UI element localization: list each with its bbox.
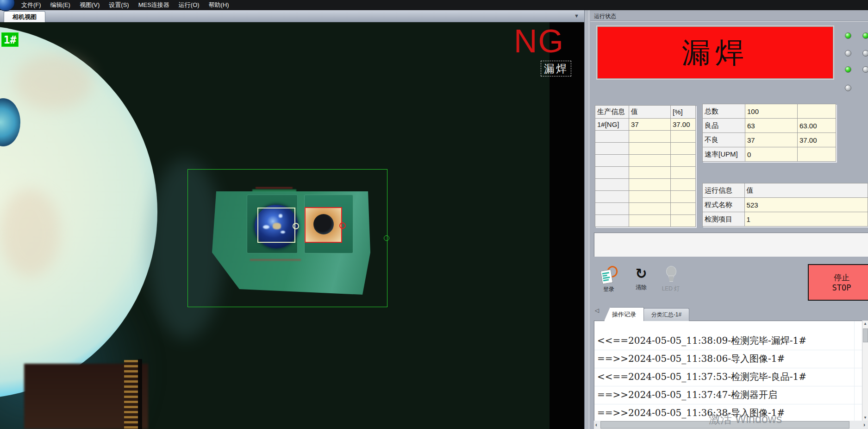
- tab-camera-view[interactable]: 相机视图: [4, 11, 45, 22]
- table-label-cell: 不良: [703, 133, 745, 147]
- menu-item-1[interactable]: 编辑(E): [50, 1, 70, 9]
- table-row: 运行信息值: [703, 183, 868, 198]
- table-value-cell: 63: [745, 119, 798, 133]
- menu-item-0[interactable]: 文件(F): [21, 1, 41, 9]
- table-value-cell: [671, 167, 696, 179]
- log-entry-0[interactable]: <<==2024-05-05_11:38:09-检测完毕-漏焊-1#: [594, 332, 862, 350]
- table-label-cell: [%]: [671, 106, 696, 119]
- table-row: 生产信息值[%]: [595, 106, 696, 119]
- run-status-panel: 运行状态 漏焊 生产信息值[%]1#[NG]3737.00 总数100良品636…: [589, 10, 868, 429]
- table-row: 良品6363.00: [703, 119, 836, 133]
- roi-rectangle[interactable]: [187, 169, 387, 307]
- table-row: [595, 131, 696, 143]
- table-value-cell: [629, 215, 671, 227]
- table-value-cell: [798, 147, 836, 162]
- table-row: 总数100: [703, 104, 836, 119]
- production-table[interactable]: 生产信息值[%]1#[NG]3737.00: [595, 105, 696, 227]
- result-text: NG: [514, 23, 564, 60]
- table-value-cell: [671, 155, 696, 167]
- table-label-cell: 生产信息: [595, 106, 629, 119]
- table-value-cell: 37.00: [671, 119, 696, 131]
- log-entry-1[interactable]: ==>>2024-05-05_11:38:06-导入图像-1#: [594, 350, 862, 368]
- log-entry-3[interactable]: ==>>2024-05-05_11:37:47-检测器开启: [594, 386, 862, 404]
- table-row: [595, 143, 696, 155]
- login-label: 登录: [603, 285, 614, 293]
- table-value-cell: [629, 143, 671, 155]
- tab-operation-log[interactable]: 操作记录: [604, 307, 644, 321]
- id-badge-icon: [600, 266, 617, 284]
- table-row: [595, 191, 696, 203]
- panel-splitter[interactable]: [584, 10, 589, 429]
- table-label-cell: 值: [744, 183, 868, 198]
- scroll-down-icon[interactable]: ▼: [862, 416, 868, 420]
- menu-item-5[interactable]: 运行(O): [179, 1, 200, 9]
- table-value-cell: [671, 143, 696, 155]
- table-value-cell: 1: [744, 212, 868, 227]
- view-tab-strip: 相机视图 ▼: [0, 10, 584, 22]
- table-value-cell: [629, 131, 671, 143]
- led-indicator-gray: [845, 50, 851, 57]
- table-row: [595, 179, 696, 191]
- stop-button[interactable]: 停止 STOP: [808, 264, 868, 301]
- table-value-cell: [671, 191, 696, 203]
- log-entry-2[interactable]: <<==2024-05-05_11:37:53-检测完毕-良品-1#: [594, 368, 862, 386]
- table-value-cell: [629, 203, 671, 215]
- table-label-cell: [595, 167, 629, 179]
- table-row: [595, 203, 696, 215]
- log-tab-scroll-left-icon[interactable]: ◁: [595, 307, 599, 314]
- table-label-cell: [595, 131, 629, 143]
- table-value-cell: 63.00: [798, 119, 836, 133]
- led-indicator-gray: [845, 85, 851, 91]
- lightbulb-icon: [665, 266, 677, 283]
- operation-log-list[interactable]: <<==2024-05-05_11:38:09-检测完毕-漏焊-1#==>>20…: [594, 321, 862, 421]
- table-value-cell: 37: [745, 133, 798, 147]
- menu-item-3[interactable]: 设置(S): [109, 1, 129, 9]
- stats-table[interactable]: 总数100良品6363.00不良3737.00速率[UPM]0: [702, 104, 836, 162]
- stop-label-cn: 停止: [834, 272, 849, 283]
- table-row: 程式名称523: [703, 198, 868, 212]
- table-value-cell: [629, 155, 671, 167]
- table-label-cell: 检测项目: [703, 212, 745, 227]
- log-vertical-scrollbar[interactable]: ▲ ▼: [862, 321, 868, 421]
- table-row: 不良3737.00: [703, 133, 836, 147]
- refresh-arrow-icon: ↻: [635, 266, 647, 282]
- camera-id-badge: 1#: [1, 32, 19, 47]
- status-banner: 漏焊: [596, 25, 834, 80]
- table-label-cell: 1#[NG]: [595, 119, 629, 131]
- status-banner-text: 漏焊: [682, 33, 749, 72]
- roi-handle[interactable]: [384, 235, 389, 241]
- table-value-cell: [798, 104, 836, 119]
- activate-windows-watermark: 激活 Windows: [709, 411, 782, 427]
- table-label-cell: [595, 215, 629, 227]
- camera-view-panel[interactable]: 1# NG 漏焊: [0, 22, 584, 429]
- scroll-right-icon[interactable]: ›: [863, 421, 865, 429]
- led-indicator-green: [862, 32, 868, 39]
- stop-label-en: STOP: [832, 283, 851, 292]
- table-value-cell: [671, 179, 696, 191]
- led-indicator-gray: [862, 66, 868, 73]
- led-light-button[interactable]: LED 灯: [658, 266, 684, 293]
- image-letterbox: [550, 22, 584, 429]
- clear-button[interactable]: ↻ 清除: [628, 266, 654, 291]
- scrollbar-thumb[interactable]: [863, 328, 868, 342]
- scroll-up-icon[interactable]: ▲: [862, 322, 868, 326]
- scroll-left-icon[interactable]: ‹: [595, 421, 597, 429]
- menu-item-2[interactable]: 视图(V): [80, 1, 100, 9]
- table-value-cell: 100: [745, 104, 798, 119]
- table-value-cell: 523: [744, 198, 868, 212]
- chevron-down-icon[interactable]: ▼: [574, 13, 579, 19]
- login-button[interactable]: 登录: [596, 266, 622, 293]
- menu-item-4[interactable]: MES连接器: [138, 1, 169, 9]
- tab-classification-summary[interactable]: 分类汇总-1#: [643, 308, 689, 321]
- table-value-cell: [629, 179, 671, 191]
- board-edge-line: [138, 359, 142, 429]
- table-label-cell: [595, 203, 629, 215]
- table-label-cell: [595, 155, 629, 167]
- table-label-cell: [595, 179, 629, 191]
- table-label-cell: 程式名称: [703, 198, 745, 212]
- runinfo-table[interactable]: 运行信息值程式名称523检测项目1: [702, 183, 868, 227]
- table-value-cell: 37.00: [798, 133, 836, 147]
- menu-item-6[interactable]: 帮助(H): [209, 1, 229, 9]
- table-label-cell: [595, 191, 629, 203]
- table-value-cell: [671, 131, 696, 143]
